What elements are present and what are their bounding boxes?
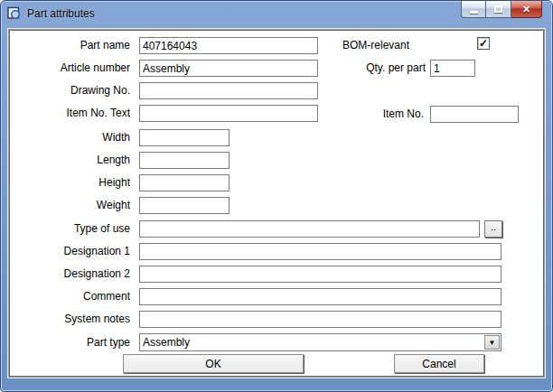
dialog-body: Part name Article number Drawing No. Ite…	[9, 30, 544, 377]
part-type-value: Assembly	[140, 336, 484, 349]
window-title: Part attributes	[27, 7, 95, 20]
width-label: Width	[10, 132, 130, 144]
type-of-use-input[interactable]	[139, 220, 480, 238]
type-of-use-browse-button[interactable]: ..	[484, 220, 502, 238]
length-input[interactable]	[139, 152, 230, 169]
cancel-button[interactable]: Cancel	[394, 354, 484, 373]
width-input[interactable]	[139, 129, 230, 146]
item-no-text-label: Item No. Text	[10, 107, 130, 119]
comment-input[interactable]	[139, 288, 501, 305]
article-number-label: Article number	[10, 62, 130, 74]
length-label: Length	[10, 154, 130, 166]
part-name-label: Part name	[10, 40, 130, 51]
titlebar[interactable]: Part attributes ✕	[1, 1, 552, 26]
item-no-text-input[interactable]	[139, 105, 318, 122]
system-notes-input[interactable]	[139, 311, 501, 328]
maximize-button[interactable]	[486, 1, 511, 18]
part-type-dropdown[interactable]: Assembly ▼	[139, 333, 501, 351]
system-notes-label: System notes	[10, 313, 130, 325]
designation-1-input[interactable]	[139, 243, 501, 260]
part-name-input[interactable]	[139, 37, 318, 54]
close-icon: ✕	[522, 5, 530, 14]
window-icon	[7, 6, 22, 21]
weight-label: Weight	[10, 200, 130, 211]
maximize-icon	[494, 5, 502, 13]
designation-1-label: Designation 1	[10, 246, 130, 257]
part-attributes-window: Part attributes ✕ Part name Article numb…	[0, 0, 553, 392]
designation-2-label: Designation 2	[10, 268, 130, 280]
item-no-label: Item No.	[299, 108, 424, 120]
comment-label: Comment	[10, 291, 130, 303]
drawing-no-input[interactable]	[139, 82, 318, 99]
weight-input[interactable]	[139, 197, 230, 214]
qty-per-part-label: Qty. per part	[299, 62, 426, 74]
chevron-down-icon[interactable]: ▼	[484, 335, 500, 350]
minimize-button[interactable]	[461, 1, 486, 18]
drawing-no-label: Drawing No.	[10, 85, 130, 97]
height-label: Height	[10, 177, 130, 189]
type-of-use-label: Type of use	[10, 223, 130, 235]
checkmark-icon: ✓	[479, 38, 488, 49]
ok-button[interactable]: OK	[123, 354, 304, 373]
titlebar-buttons: ✕	[461, 1, 542, 18]
qty-per-part-input[interactable]	[430, 60, 475, 77]
part-type-label: Part type	[10, 337, 130, 349]
close-button[interactable]: ✕	[511, 1, 542, 18]
height-input[interactable]	[139, 174, 230, 191]
bom-relevant-checkbox[interactable]: ✓	[477, 37, 490, 50]
designation-2-input[interactable]	[139, 266, 501, 283]
dialog-frame: Part name Article number Drawing No. Ite…	[7, 28, 546, 378]
minimize-icon	[470, 11, 478, 14]
item-no-input[interactable]	[430, 106, 519, 123]
article-number-input[interactable]	[139, 60, 318, 77]
bom-relevant-label: BOM-relevant	[342, 40, 409, 51]
